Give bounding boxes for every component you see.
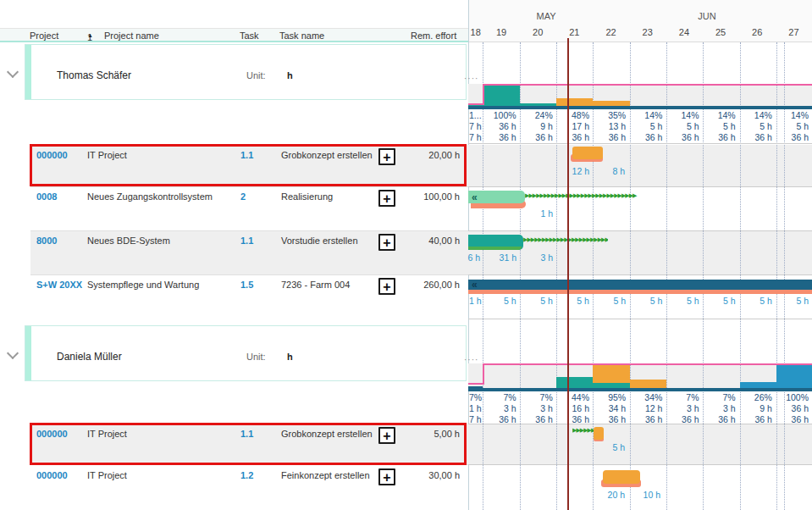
expand-plus-button[interactable]: + [378,468,395,485]
group-accent-bar [25,326,31,380]
capacity-cell: 36 h [776,414,812,424]
planned-cell: 1 h [468,403,483,413]
expand-plus-button[interactable]: + [378,427,395,444]
bar-hours-label: 31 h [483,252,516,263]
bar-hours-label: 5 h [702,296,738,306]
project-name-cell: IT Project [87,429,127,439]
bar-hours-label: 12 h [556,166,589,176]
resource-planning-view: Project 1▲ Project name Task Task name R… [0,0,812,510]
task-number-link[interactable]: 1.1 [240,150,253,160]
capacity-cell: 36 h [629,414,666,424]
week-label[interactable]: 19 [483,27,519,37]
capacity-cell: 36 h [520,132,556,142]
column-header-rem-effort[interactable]: Rem. effort [411,30,456,41]
splitter-handle-icon[interactable]: ···· [464,74,478,83]
task-name-cell: Realisierung [281,191,333,202]
percent-cell: 7% [468,392,483,402]
planned-cell: 36 h [776,403,812,413]
bar-hours-label: 20 h [593,490,625,500]
capacity-cell: 36 h [776,132,812,142]
histogram-planned-row: 7 h 36 h 9 h 17 h 13 h 5 h 5 h 5 h 5 h 5… [468,121,812,131]
planned-cell: 3 h [483,403,519,413]
week-label[interactable]: 26 [739,27,776,37]
percent-cell: 7% [483,392,519,402]
timeline-row-divider [468,143,812,144]
planned-cell: 5 h [629,121,666,131]
week-label[interactable]: 23 [629,27,666,37]
planned-cell: 13 h [593,121,629,131]
week-label[interactable]: 25 [702,27,738,37]
percent-cell: 7% [666,392,702,402]
planned-cell: 5 h [666,121,702,131]
bar-hours-label: 5 h [593,296,629,306]
histogram-base-strip [468,106,812,109]
task-bar-orange[interactable] [572,147,603,159]
week-label[interactable]: 27 [776,27,812,37]
column-header-task[interactable]: Task [240,30,259,41]
percent-cell: 48% [556,110,593,120]
collapse-group-chevron-icon[interactable] [7,66,19,78]
collapse-group-chevron-icon[interactable] [7,347,19,359]
column-header-project[interactable]: Project [30,30,58,41]
column-header-task-name[interactable]: Task name [279,30,324,41]
table-column-header: Project 1▲ Project name Task Task name R… [0,28,468,42]
project-name-cell: Systempflege und Wartung [87,280,199,290]
capacity-line [483,363,812,365]
percent-cell: 7% [520,392,556,402]
bar-hours-label: 1 h [468,296,483,306]
column-header-project-name[interactable]: Project name [104,30,159,41]
percent-cell: 14% [776,110,812,120]
week-label[interactable]: 20 [520,27,556,37]
planned-cell: 5 h [739,121,776,131]
percent-cell: 34% [629,392,666,402]
remaining-effort-cell: 100,00 h [423,191,460,202]
unit-value: h [287,352,293,362]
capacity-line-step [483,84,484,105]
capacity-cell: 36 h [739,414,776,424]
capacity-line-week18 [468,383,483,385]
group-person-name[interactable]: Daniela Müller [57,351,122,363]
project-id-link[interactable]: 0008 [36,191,57,202]
bar-hours-label-row: 1 h 5 h 5 h 5 h 5 h 5 h 5 h 5 h 5 h 5 h [468,296,812,306]
percent-cell: 14% [739,110,776,120]
histogram-bar-orange [593,364,630,383]
task-number-link[interactable]: 1.1 [240,236,253,246]
project-name-cell: Neues BDE-System [87,236,170,246]
task-name-cell: 7236 - Farm 004 [281,280,350,290]
task-number-link[interactable]: 1.1 [240,429,253,439]
project-id-link[interactable]: 000000 [36,429,68,439]
group-person-name[interactable]: Thomas Schäfer [57,69,131,81]
bar-hours-label: 5 h [776,296,812,306]
expand-plus-button[interactable]: + [378,190,395,207]
capacity-line-step [483,363,484,385]
week-label[interactable]: 18 [468,27,483,37]
project-id-link[interactable]: 000000 [36,470,68,480]
week-label[interactable]: 24 [666,27,702,37]
planned-cell: 3 h [666,403,702,413]
task-bar-orange[interactable] [603,470,640,484]
task-bar-orange[interactable] [594,427,604,440]
task-number-link[interactable]: 1.5 [240,280,253,290]
table-row: 8000 Neues BDE-System 1.1 Vorstudie erst… [30,230,468,274]
task-bar-darkblue[interactable] [468,280,812,290]
timeline-row-divider [468,319,812,319]
week-label[interactable]: 22 [593,27,629,37]
bar-hours-label: 6 h [446,252,480,263]
project-id-link[interactable]: 000000 [36,150,68,160]
week-label[interactable]: 21 [556,27,593,37]
project-id-link[interactable]: S+W 20XX [36,280,82,290]
task-number-link[interactable]: 2 [240,191,246,202]
task-number-link[interactable]: 1.2 [240,470,253,480]
progress-arrows-icon: ▶▶▶▶▶▶▶▶▶▶▶▶▶▶▶▶▶▶▶▶▶▶▶▶▶▶▶▶▶▶ [523,236,608,244]
expand-plus-button[interactable]: + [378,148,395,165]
timeline-row-divider [468,274,812,275]
expand-plus-button[interactable]: + [378,278,395,295]
task-bar-progress-strip [468,247,522,250]
bar-hours-label: 5 h [556,296,593,306]
expand-plus-button[interactable]: + [378,234,395,251]
splitter-handle-icon[interactable]: ···· [464,355,478,364]
project-id-link[interactable]: 8000 [36,236,57,246]
row-divider [30,464,468,465]
percent-cell: 1... [468,110,483,120]
capacity-cell: 36 h [739,132,776,142]
